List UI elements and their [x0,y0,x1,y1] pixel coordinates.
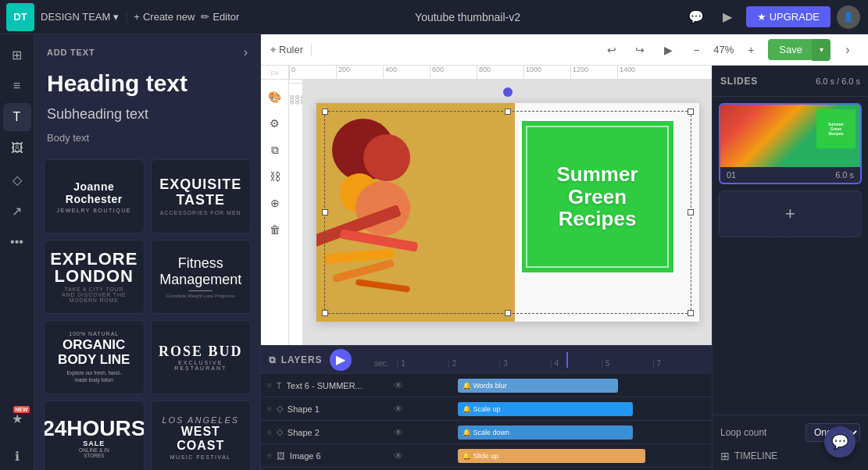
add-subheading-button[interactable]: Subheading text [34,103,260,129]
present-icon[interactable]: ▶ [715,5,740,30]
template-exquisite-taste[interactable]: EXQUISITETASTE ACCESSORIES FOR MEN [151,159,252,233]
canvas-with-panel: px 0 200 400 600 800 1000 1200 1400 [261,66,868,470]
sidebar-icon-layers[interactable]: ≡ [3,72,31,100]
template-t8-name: WEST COAST [158,425,245,453]
drag-handle[interactable]: ≡ [267,428,272,436]
redo-button[interactable]: ↪ [629,39,651,61]
sidebar-icon-shapes[interactable]: ◇ [3,166,31,194]
template-explore-london[interactable]: EXPLORELONDON TAKE A CITY TOURAND DISCOV… [44,240,145,314]
row3-bar[interactable]: 🔔 Scale down [458,425,633,440]
row1-bar[interactable]: 🔔 Words blur [458,379,618,393]
layers-button[interactable]: ⧉ LAYERS [269,354,322,365]
horizontal-ruler: px 0 200 400 600 800 1000 1200 1400 [261,66,712,80]
slide-thumb-text: SummerGreenRecipes [828,122,844,136]
user-avatar[interactable]: 👤 [837,5,860,29]
add-body-button[interactable]: Body text [34,129,260,153]
team-selector[interactable]: DESIGN TEAM ▾ [41,11,127,23]
create-new-button[interactable]: + Create new [134,11,195,23]
template-t7-hours: 24HOURS [44,418,145,440]
canvas-frame[interactable]: Summer Green Recipes [316,103,699,322]
row1-name: Text 6 - SUMMER... [287,381,389,390]
link-tool-button[interactable]: ⛓ [264,166,286,187]
drag-handle[interactable]: ≡ [267,381,272,390]
food-strawberry [363,134,410,181]
comments-icon[interactable]: 💬 [684,5,709,30]
app-logo: DT [6,3,34,31]
sidebar-icon-image[interactable]: 🖼 [3,134,31,162]
sidebar-icon-info[interactable]: ℹ [3,442,31,470]
slide-item-1[interactable]: SummerGreenRecipes 01 6.0 s [719,103,862,184]
sidebar-icon-new[interactable]: ★ NEW [3,404,31,433]
row2-visibility-icon[interactable]: 👁 [394,404,403,415]
row3-visibility-icon[interactable]: 👁 [394,427,403,438]
handle-br[interactable] [688,310,694,316]
zoom-out-button[interactable]: − [685,39,707,61]
upgrade-button[interactable]: ★ UPGRADE [746,6,830,27]
stack-tool-button[interactable]: ⧉ [264,139,286,161]
panel-header: ADD TEXT › [34,34,260,67]
drag-handle[interactable]: ≡ [267,451,272,460]
save-dropdown-button[interactable]: ▾ [812,39,830,61]
right-panel: SLIDES 6.0 s / 6.0 s SummerGreenRecipes … [712,66,868,470]
zoom-in-button[interactable]: + [740,39,762,61]
canvas-scroll-area[interactable]: Summer Green Recipes [303,80,712,345]
panel-close-icon[interactable]: › [244,45,248,59]
transform-tool-button[interactable]: ⊕ [264,192,286,214]
more-options-button[interactable]: › [837,39,859,61]
ruler-mark-800: 800 [477,66,523,79]
paint-tool-button[interactable]: 🎨 [264,86,286,108]
template-24hours-sale[interactable]: 24HOURS SALE ONLINE & INSTORES [44,401,145,470]
recipe-green-box[interactable]: Summer Green Recipes [520,119,676,275]
template-west-coast[interactable]: LOS ANGELES WEST COAST MUSIC FESTIVAL [151,401,252,470]
sidebar-icon-more[interactable]: ••• [3,228,31,256]
text-panel: ADD TEXT › Heading text Subheading text … [34,34,261,470]
row1-visibility-icon[interactable]: 👁 [394,380,403,391]
sidebar-icon-text[interactable]: T [3,103,31,131]
recipe-box-inner: Summer Green Recipes [526,126,668,268]
ruler-icon: ⌖ [270,44,276,56]
timeline-play-button[interactable]: ▶ [330,349,352,371]
template-joanne-rochester[interactable]: Joanne Rochester JEWELRY BOUTIQUE [44,159,145,233]
ruler-mark-1400: 1400 [617,66,664,79]
editor-button[interactable]: ✏ Editor [201,11,239,23]
slides-header: SLIDES 6.0 s / 6.0 s [713,66,868,97]
trash-tool-button[interactable]: 🗑 [264,219,286,240]
row4-bar[interactable]: 🔔 Slide up [458,449,645,463]
template-fitness-management[interactable]: FitnessManagement Complete Weight Loss P… [151,240,252,314]
template-rose-bud[interactable]: ROSE BUD EXCLUSIVE RESTAURANT [151,320,252,394]
template-t1-sub: JEWELRY BOUTIQUE [57,208,131,213]
add-slide-button[interactable]: + [719,190,862,237]
add-heading-button[interactable]: Heading text [34,67,260,103]
text-templates-grid: Joanne Rochester JEWELRY BOUTIQUE EXQUIS… [34,153,260,470]
drag-handle[interactable]: ≡ [267,404,272,413]
row3-type-icon: ◇ [277,427,283,437]
timeline-row-image6: ≡ 🖼 Image 6 👁 🔔 Slide up [261,444,712,468]
row2-bar[interactable]: 🔔 Scale up [458,402,633,416]
row2-name: Shape 1 [288,404,389,414]
top-handle[interactable] [503,87,513,97]
timeline-header: ⧉ LAYERS ▶ sec. 1 2 3 4 5 [261,346,712,374]
sidebar-icon-link[interactable]: ↗ [3,197,31,225]
play-preview-button[interactable]: ▶ [657,39,679,61]
template-t4-line [189,290,213,291]
canvas-work-area: 🎨 ⚙ ⧉ ⛓ ⊕ 🗑 200 400 600 800 [261,80,712,345]
row2-label: ≡ ◇ Shape 1 👁 [261,404,409,415]
slides-list: SummerGreenRecipes 01 6.0 s + [713,97,868,415]
template-t3-name: EXPLORELONDON [50,251,138,285]
handle-tr[interactable] [688,109,694,115]
playhead [566,352,568,368]
template-organic-body[interactable]: 100% NATURAL ORGANICBODY LINE Explore ou… [44,320,145,394]
undo-button[interactable]: ↩ [601,39,623,61]
sidebar-icon-grid[interactable]: ⊞ [3,41,31,69]
ruler-button[interactable]: ⌖ Ruler [270,44,312,56]
row4-visibility-icon[interactable]: 👁 [394,450,403,461]
ruler-h-marks: 0 200 400 600 800 1000 1200 1400 [289,66,712,79]
handle-mr[interactable] [688,209,694,215]
timeline-row-shape1: ≡ ◇ Shape 1 👁 🔔 Scale up [261,397,712,421]
settings-tool-button[interactable]: ⚙ [264,112,286,134]
sidebar-icons: ⊞ ≡ T 🖼 ◇ ↗ ••• ★ NEW ℹ [0,34,34,470]
time-mark-7: 7 [653,359,704,368]
time-mark-5: 5 [602,359,652,368]
chat-button[interactable]: 💬 [824,426,855,458]
save-button[interactable]: Save [768,39,813,60]
